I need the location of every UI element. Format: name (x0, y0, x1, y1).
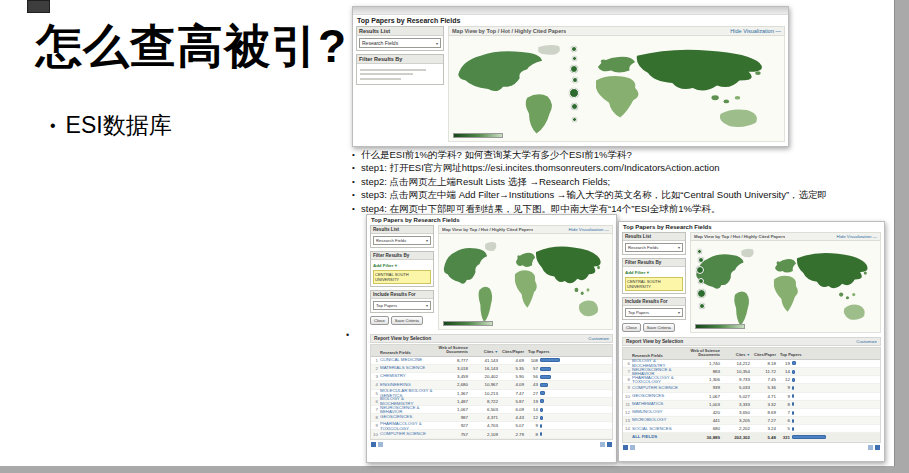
close-button[interactable]: Close (622, 323, 641, 332)
next-page-icon[interactable] (600, 442, 605, 447)
research-field-link[interactable]: IMMUNOLOGY (632, 410, 690, 415)
map-toolbar: Map View by Top / Hot / Highly Cited Pap… (438, 225, 613, 234)
top-papers-bar (792, 435, 826, 439)
dropdown-value: Research Fields (376, 238, 406, 243)
docs-cell: 3,018 (438, 366, 472, 371)
results-list-dropdown[interactable]: Research Fields ▾ (625, 243, 683, 252)
top-papers-bar (540, 432, 542, 436)
cites-header[interactable]: Cites▼ (724, 353, 754, 358)
cites-cell: 2,202 (724, 426, 754, 431)
research-field-link[interactable]: BIOLOGY & BIOCHEMISTRY (380, 397, 438, 405)
window-corner-mark (27, 0, 50, 13)
table-header-row: Research Fields Web of Science Documents… (371, 345, 612, 357)
hide-visualization-link[interactable]: Hide Visualization — (730, 28, 781, 34)
note-text: step2: 点击网页左上端Result Lists 选择 →Research … (361, 175, 892, 188)
top-papers-header[interactable]: Top Papers (780, 353, 880, 357)
next-page-icon[interactable] (868, 445, 873, 450)
cites-header[interactable]: Cites▼ (472, 350, 502, 355)
first-page-icon[interactable] (371, 442, 376, 447)
first-page-icon[interactable] (623, 445, 628, 450)
rank-cell: 13 (623, 418, 632, 423)
map-color-legend (695, 324, 745, 329)
include-results-label: Include Results For (623, 298, 685, 306)
map-bubble-marker (698, 278, 704, 284)
institution-filter-chip[interactable]: CENTRAL SOUTH UNIVERSITY (625, 277, 683, 291)
map-bubble-marker (570, 65, 578, 73)
cites-paper-cell: 2.79 (502, 432, 528, 437)
research-field-link[interactable]: SOCIAL SCIENCES (632, 427, 690, 432)
last-page-icon[interactable] (875, 445, 880, 450)
sort-desc-icon: ▼ (747, 353, 750, 357)
research-field-link[interactable]: ENGINEERING (380, 383, 438, 388)
research-field-link[interactable]: PHARMACOLOGY & TOXICOLOGY (632, 376, 690, 384)
save-criteria-button[interactable]: Save Criteria (643, 323, 675, 332)
table-row: 9 PHARMACOLOGY & TOXICOLOGY 927 4,703 5.… (371, 422, 612, 430)
results-list-panel: Results List Research Fields ▾ (622, 232, 686, 255)
docs-cell: 1,306 (690, 377, 724, 382)
cites-paper-header[interactable]: Cites/Paper (502, 350, 528, 354)
research-field-link[interactable]: NEUROSCIENCE & BEHAVIOR (380, 406, 438, 414)
results-list-dropdown[interactable]: Research Fields ▾ (373, 236, 431, 245)
research-field-link[interactable]: GEOSCIENCES (632, 394, 690, 399)
save-criteria-button[interactable]: Save Criteria (391, 316, 423, 325)
docs-cell: 441 (690, 418, 724, 423)
top-papers-header[interactable]: Top Papers (528, 350, 612, 354)
research-field-link[interactable]: MOLECULAR BIOLOGY & GENETICS (380, 389, 438, 397)
research-field-link[interactable]: CHEMISTRY (380, 374, 438, 379)
research-field-link[interactable]: COMPUTER SCIENCE (380, 432, 438, 437)
research-field-link[interactable]: MATERIALS SCIENCE (380, 366, 438, 371)
include-results-dropdown[interactable]: Top Papers ▾ (373, 301, 431, 310)
institution-filter-chip[interactable]: CENTRAL SOUTH UNIVERSITY (373, 270, 431, 284)
docs-cell: 939 (690, 385, 724, 390)
research-field-link[interactable]: GEOSCIENCES (380, 415, 438, 420)
customize-link[interactable]: Customize (856, 339, 877, 344)
cites-cell: 8,722 (472, 399, 502, 404)
include-results-dropdown[interactable]: Top Papers ▾ (625, 308, 683, 317)
cites-paper-cell: 7.47 (502, 391, 528, 396)
research-field-link[interactable]: CLINICAL MEDICINE (380, 358, 438, 363)
docs-header[interactable]: Web of Science Documents (438, 346, 472, 355)
filter-results-panel: Filter Results By (356, 54, 444, 85)
research-field-link[interactable]: MATHEMATICS (632, 402, 690, 407)
cites-paper-cell: 8.18 (754, 361, 780, 366)
cites-paper-cell: 5.35 (502, 366, 528, 371)
prev-page-icon[interactable] (630, 445, 635, 450)
docs-header[interactable]: Web of Science Documents (690, 349, 724, 358)
last-page-icon[interactable] (607, 442, 612, 447)
hide-visualization-link[interactable]: Hide Visualization — (837, 234, 877, 239)
research-field-link[interactable]: COMPUTER SCIENCE (632, 386, 690, 391)
research-field-link[interactable]: PHARMACOLOGY & TOXICOLOGY (380, 422, 438, 430)
docs-cell: 36,889 (690, 435, 724, 440)
chevron-down-icon: ▾ (678, 310, 680, 315)
customize-link[interactable]: Customize (588, 336, 609, 341)
esi-page-title: Top Papers by Research Fields (619, 222, 884, 232)
map-bubble-marker (697, 289, 706, 298)
rank-cell: 14 (623, 426, 632, 431)
prev-page-icon[interactable] (378, 442, 383, 447)
docs-cell: 987 (438, 415, 472, 420)
rank-cell: 7 (623, 369, 632, 374)
research-field-link[interactable]: MICROBIOLOGY (632, 418, 690, 423)
table-row: 2 MATERIALS SCIENCE 3,018 16,143 5.35 57 (371, 365, 612, 373)
research-field-link[interactable]: NEUROSCIENCE & BEHAVIOR (632, 368, 690, 376)
field-header[interactable]: Research Fields (380, 351, 438, 355)
results-list-dropdown[interactable]: Research Fields ▾ (359, 38, 441, 48)
map-color-legend (443, 321, 493, 326)
hide-visualization-link[interactable]: Hide Visualization — (569, 227, 609, 232)
research-field-link[interactable]: BIOLOGY & BIOCHEMISTRY (632, 359, 690, 367)
map-bubble-marker (571, 46, 577, 52)
field-header[interactable]: Research Fields (632, 354, 690, 358)
top-papers-value: 108 (528, 358, 538, 363)
table-header-row: Research Fields Web of Science Documents… (623, 348, 880, 360)
map-bubble-marker (571, 103, 578, 110)
rank-cell: 3 (371, 374, 380, 379)
top-papers-value: 57 (528, 366, 538, 371)
docs-cell: 2,680 (438, 382, 472, 387)
cites-cell: 10,967 (472, 382, 502, 387)
cites-paper-header[interactable]: Cites/Paper (754, 353, 780, 357)
add-filter-link[interactable]: Add Filter ▾ (373, 263, 431, 268)
add-filter-link[interactable]: Add Filter ▾ (625, 270, 683, 275)
research-field-link[interactable]: ALL FIELDS (632, 435, 690, 440)
close-button[interactable]: Close (370, 316, 389, 325)
results-list-label: Results List (357, 27, 443, 36)
